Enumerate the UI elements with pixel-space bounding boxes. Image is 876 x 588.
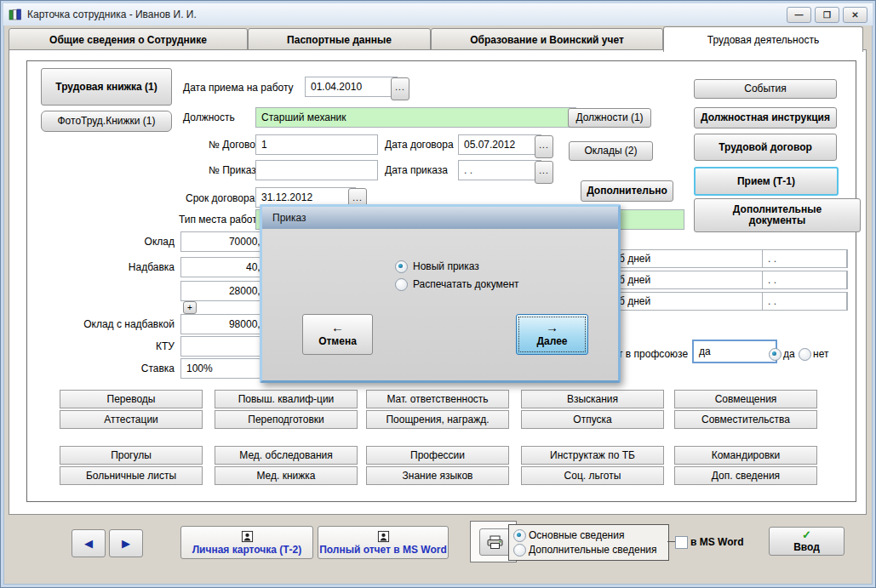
grid-button-material-resp[interactable]: Мат. ответственность bbox=[366, 390, 509, 408]
cancel-button[interactable]: ← Отмена bbox=[302, 314, 373, 355]
grid-button-med-exams[interactable]: Мед. обследования bbox=[215, 446, 358, 465]
salary-label: Оклад bbox=[9, 236, 175, 248]
contract-term-label: Срок договора bbox=[186, 192, 255, 204]
close-icon[interactable]: ✕ bbox=[843, 7, 867, 23]
grid-button-qualification[interactable]: Повыш. квалиф-ции bbox=[215, 390, 358, 408]
workplace-type-label: Тип места работы bbox=[179, 214, 264, 225]
union-yes-radio[interactable] bbox=[769, 348, 782, 361]
full-report-word-button[interactable]: Полный отчет в MS Word bbox=[318, 526, 449, 559]
union-no-radio[interactable] bbox=[799, 348, 811, 361]
grid-button-vacations[interactable]: Отпуска bbox=[521, 410, 664, 429]
printer-icon bbox=[486, 535, 505, 550]
position-field[interactable]: Старший механик bbox=[255, 107, 576, 128]
additional-info-radio[interactable] bbox=[513, 544, 526, 557]
union-label: т в профсоюзе bbox=[618, 348, 688, 360]
next-button[interactable]: → Далее bbox=[516, 314, 588, 355]
grid-button-med-book[interactable]: Мед. книжка bbox=[215, 466, 358, 485]
grid-button-second-jobs[interactable]: Совместительства bbox=[674, 410, 817, 429]
grid-button-transfers[interactable]: Переводы bbox=[60, 390, 203, 408]
window-controls: — ❐ ✕ bbox=[787, 7, 867, 23]
additional-info-label: Дополнительные сведения bbox=[529, 544, 656, 556]
employee-card-window: Карточка сотрудника - Иванов И. И. — ❐ ✕… bbox=[0, 0, 876, 588]
vacation-row-3-date[interactable]: . . bbox=[762, 292, 847, 311]
contract-date-picker-button[interactable]: ... bbox=[535, 135, 553, 158]
grid-button-business-trips[interactable]: Командировки bbox=[674, 446, 817, 465]
hire-date-label: Дата приема на работу bbox=[183, 82, 294, 94]
labor-contract-button[interactable]: Трудовой договор bbox=[694, 134, 837, 161]
order-date-picker-button[interactable]: ... bbox=[535, 161, 553, 184]
minimize-icon[interactable]: — bbox=[787, 7, 811, 23]
tab-labor-activity[interactable]: Трудовая деятельность bbox=[663, 26, 863, 52]
photo-work-book-button[interactable]: ФотоТруд.Книжки (1) bbox=[41, 111, 172, 132]
union-no-label: нет bbox=[813, 348, 828, 360]
restore-icon[interactable]: ❐ bbox=[815, 7, 839, 23]
grid-button-extra-info[interactable]: Доп. сведения bbox=[674, 466, 817, 485]
grid-button-attestations[interactable]: Аттестации bbox=[60, 410, 203, 429]
ktu-label: КТУ bbox=[9, 340, 175, 352]
order-dialog-title: Приказ bbox=[272, 212, 306, 224]
vacation-row-2-date[interactable]: . . bbox=[762, 271, 847, 289]
salary-total-label: Оклад с надбавкой bbox=[9, 318, 175, 330]
person-card-icon bbox=[241, 530, 254, 543]
next-record-button[interactable]: ▶ bbox=[109, 529, 143, 557]
order-no-field[interactable] bbox=[255, 160, 378, 180]
tab-general-info[interactable]: Общие сведения о Сотруднике bbox=[9, 28, 248, 51]
connector-line bbox=[667, 541, 675, 542]
enter-button[interactable]: ✓ Ввод bbox=[769, 527, 845, 556]
grid-button-social-benefits[interactable]: Соц. льготы bbox=[521, 466, 664, 485]
cancel-label: Отмена bbox=[318, 335, 357, 347]
hiring-t1-button[interactable]: Прием (Т-1) bbox=[694, 167, 839, 196]
vacation-row-1-date[interactable]: . . bbox=[762, 249, 847, 268]
contract-no-field[interactable]: 1 bbox=[255, 134, 378, 155]
person-card-icon bbox=[377, 530, 390, 543]
ms-word-label: в MS Word bbox=[690, 536, 743, 548]
union-field[interactable]: да bbox=[692, 340, 777, 363]
tab-education-military[interactable]: Образование и Воинский учет bbox=[431, 28, 663, 51]
hire-date-picker-button[interactable]: ... bbox=[391, 77, 409, 100]
ms-word-checkbox[interactable] bbox=[675, 536, 688, 549]
print-document-radio[interactable] bbox=[395, 278, 408, 291]
personal-card-t2-button[interactable]: Личная карточка (Т-2) bbox=[180, 526, 313, 559]
salaries-list-button[interactable]: Оклады (2) bbox=[569, 141, 653, 161]
print-button[interactable] bbox=[479, 528, 512, 556]
enter-label: Ввод bbox=[793, 541, 820, 553]
events-button[interactable]: События bbox=[694, 79, 837, 99]
grid-button-professions[interactable]: Профессии bbox=[366, 446, 509, 465]
grid-button-retraining[interactable]: Переподготовки bbox=[215, 410, 358, 429]
extra-documents-button[interactable]: Дополнительные документы bbox=[694, 198, 861, 232]
main-info-radio[interactable] bbox=[513, 529, 526, 542]
contract-date-field[interactable]: 05.07.2012 bbox=[458, 134, 541, 155]
grid-button-combinations[interactable]: Совмещения bbox=[674, 390, 817, 408]
grid-button-rewards[interactable]: Поощрения, награжд. bbox=[366, 410, 509, 429]
order-date-field[interactable]: . . bbox=[458, 160, 541, 180]
positions-list-button[interactable]: Должности (1) bbox=[568, 108, 651, 128]
order-dialog-titlebar[interactable]: Приказ bbox=[262, 207, 618, 229]
work-book-button[interactable]: Трудовая книжка (1) bbox=[41, 68, 172, 106]
main-info-label: Основные сведения bbox=[529, 529, 624, 541]
hire-date-field[interactable]: 01.04.2010 bbox=[305, 77, 398, 97]
app-books-icon bbox=[9, 8, 22, 21]
rate-label: Ставка bbox=[9, 363, 175, 374]
position-label: Должность bbox=[183, 111, 235, 123]
grid-button-absences[interactable]: Прогулы bbox=[60, 446, 203, 465]
order-date-label: Дата приказа bbox=[385, 164, 448, 176]
title-bar[interactable]: Карточка сотрудника - Иванов И. И. — ❐ ✕ bbox=[3, 3, 873, 26]
prev-arrow-icon: ◀ bbox=[84, 537, 93, 550]
grid-button-penalties[interactable]: Взыскания bbox=[521, 390, 664, 408]
grid-button-safety-briefing[interactable]: Инструктаж по ТБ bbox=[521, 446, 664, 465]
next-arrow-icon: ▶ bbox=[122, 537, 130, 550]
tab-passport-data[interactable]: Паспортные данные bbox=[248, 28, 431, 51]
additional-button[interactable]: Дополнительно bbox=[581, 180, 673, 202]
job-instruction-button[interactable]: Должностная инструкция bbox=[694, 107, 837, 128]
forward-arrow-icon: → bbox=[546, 322, 558, 334]
order-dialog: Приказ Новый приказ Распечатать документ… bbox=[260, 204, 621, 383]
window-title: Карточка сотрудника - Иванов И. И. bbox=[27, 9, 197, 20]
order-no-label: № Приказа bbox=[209, 164, 261, 176]
add-allowance-button[interactable]: + bbox=[183, 301, 197, 314]
grid-button-languages[interactable]: Знание языков bbox=[366, 466, 509, 485]
new-order-radio[interactable] bbox=[395, 260, 408, 273]
next-label: Далее bbox=[536, 335, 567, 347]
grid-button-sick-leaves[interactable]: Больничные листы bbox=[60, 466, 203, 485]
prev-record-button[interactable]: ◀ bbox=[72, 529, 106, 557]
allowance-label: Надбавка bbox=[9, 261, 175, 273]
